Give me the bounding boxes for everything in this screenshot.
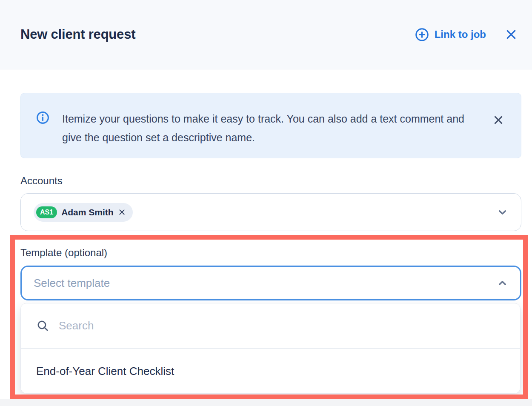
close-icon: [493, 114, 504, 126]
account-chip-name: Adam Smith: [61, 207, 114, 217]
dismiss-banner-button[interactable]: [491, 113, 506, 127]
template-select-placeholder: Select template: [34, 277, 110, 290]
close-icon: [505, 28, 518, 41]
close-modal-button[interactable]: [503, 26, 519, 43]
search-input[interactable]: [59, 319, 505, 332]
page-background-strip: [0, 399, 532, 406]
chevron-down-icon: [497, 206, 508, 218]
search-row: [21, 303, 520, 349]
chevron-up-icon: [497, 277, 508, 289]
info-banner-text: Itemize your questions to make it easy t…: [62, 109, 464, 147]
template-dropdown: End-of-Year Client Checklist: [20, 303, 521, 394]
info-banner: Itemize your questions to make it easy t…: [20, 93, 521, 158]
template-select[interactable]: Select template: [20, 266, 521, 300]
accounts-label: Accounts: [20, 175, 63, 187]
modal-header: New client request Link to job: [0, 0, 532, 69]
avatar: AS1: [36, 206, 57, 218]
header-actions: Link to job: [415, 26, 519, 43]
chip-remove-icon: [118, 208, 126, 216]
template-label: Template (optional): [20, 247, 107, 259]
link-to-job-button[interactable]: Link to job: [415, 28, 486, 42]
account-chip: AS1 Adam Smith: [34, 203, 133, 222]
plus-circle-icon: [415, 28, 429, 42]
template-option[interactable]: End-of-Year Client Checklist: [21, 349, 520, 394]
page-title: New client request: [20, 27, 135, 42]
remove-account-button[interactable]: [118, 208, 126, 216]
info-icon: [36, 111, 49, 124]
accounts-multiselect[interactable]: AS1 Adam Smith: [20, 193, 521, 231]
link-to-job-label: Link to job: [435, 29, 486, 40]
search-icon: [36, 319, 49, 332]
